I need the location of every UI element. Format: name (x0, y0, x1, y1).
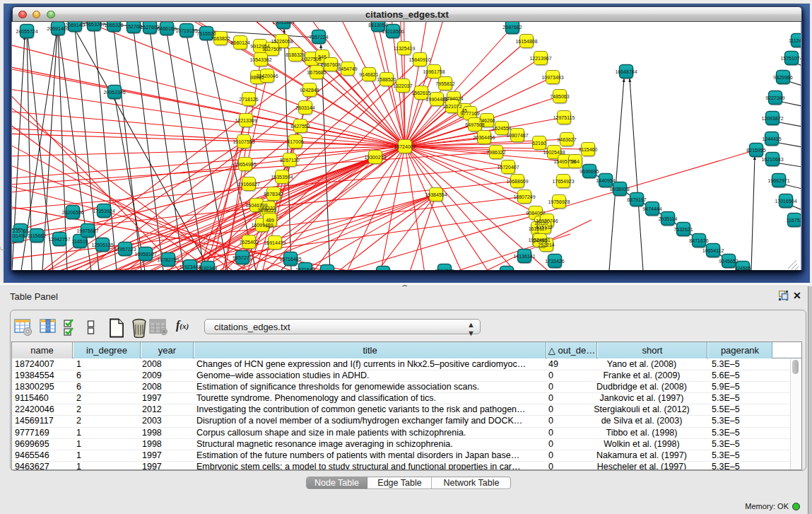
svg-text:1244415: 1244415 (762, 136, 781, 141)
svg-text:9463627: 9463627 (557, 137, 576, 142)
svg-text:1112491: 1112491 (789, 38, 801, 43)
svg-text:12213967: 12213967 (529, 56, 551, 61)
svg-text:9084067: 9084067 (526, 211, 545, 216)
svg-text:16154808: 16154808 (515, 39, 537, 44)
svg-text:19756928: 19756928 (548, 199, 570, 204)
svg-text:8427552: 8427552 (290, 124, 310, 129)
svg-text:8454749: 8454749 (338, 66, 357, 71)
svg-text:9227349: 9227349 (765, 95, 784, 100)
svg-text:114519: 114519 (72, 239, 88, 244)
svg-text:12942757: 12942757 (48, 237, 70, 242)
svg-text:2603144: 2603144 (295, 105, 314, 110)
svg-text:15720407: 15720407 (497, 165, 519, 170)
svg-text:10958107: 10958107 (134, 252, 156, 257)
svg-text:15716485: 15716485 (279, 257, 301, 262)
svg-text:12975115: 12975115 (553, 115, 575, 120)
svg-text:9329966: 9329966 (773, 75, 792, 80)
svg-text:20053346: 20053346 (103, 90, 125, 95)
svg-text:964: 964 (571, 159, 579, 164)
svg-text:8215955: 8215955 (746, 148, 765, 153)
svg-text:152760: 152760 (125, 24, 141, 29)
svg-text:19654985: 19654985 (234, 162, 256, 167)
svg-text:14136141: 14136141 (513, 254, 535, 259)
svg-text:10973493: 10973493 (541, 75, 563, 80)
svg-text:1065326: 1065326 (104, 23, 123, 28)
svg-text:1733426: 1733426 (545, 259, 564, 264)
svg-text:62160: 62160 (532, 141, 546, 146)
svg-text:23420046: 23420046 (256, 74, 278, 78)
svg-text:24851: 24851 (533, 238, 547, 243)
svg-text:15640910: 15640910 (408, 57, 430, 62)
svg-text:3675685: 3675685 (307, 70, 326, 75)
svg-text:6794024: 6794024 (444, 96, 463, 101)
svg-text:19218506: 19218506 (382, 29, 404, 34)
svg-text:8938928: 8938928 (610, 187, 629, 192)
svg-text:2935114: 2935114 (659, 216, 678, 221)
svg-text:12093872: 12093872 (761, 116, 783, 121)
svg-text:7625402: 7625402 (239, 240, 258, 245)
svg-text:1192344: 1192344 (199, 266, 218, 271)
svg-text:19300273: 19300273 (364, 155, 386, 160)
svg-text:9242848: 9242848 (300, 88, 319, 93)
svg-text:924565: 924565 (734, 266, 751, 271)
svg-text:489: 489 (266, 218, 274, 223)
svg-text:10719155: 10719155 (175, 28, 197, 33)
svg-text:7986322: 7986322 (486, 150, 505, 155)
svg-text:16120746: 16120746 (536, 218, 558, 223)
svg-text:15226058: 15226058 (271, 39, 293, 44)
svg-text:7485063: 7485063 (550, 94, 569, 99)
svg-text:1571648: 1571648 (295, 267, 314, 271)
svg-text:1562615: 1562615 (411, 90, 430, 95)
svg-text:546: 546 (318, 54, 326, 59)
svg-text:7663822: 7663822 (211, 36, 230, 41)
svg-text:8660124: 8660124 (230, 40, 249, 45)
svg-text:16210643: 16210643 (761, 157, 783, 162)
svg-text:1588520: 1588520 (377, 77, 396, 82)
svg-text:9777169: 9777169 (460, 111, 479, 116)
svg-text:9699695: 9699695 (579, 169, 599, 174)
svg-text:17957223: 17957223 (114, 247, 136, 252)
svg-text:2718126: 2718126 (239, 97, 258, 102)
svg-text:7955812: 7955812 (435, 81, 454, 86)
svg-text:20364456: 20364456 (473, 135, 495, 140)
svg-text:16648784: 16648784 (615, 69, 637, 74)
svg-text:1115682: 1115682 (28, 233, 46, 238)
svg-text:15751074: 15751074 (780, 56, 801, 61)
svg-text:9474444: 9474444 (642, 206, 661, 211)
svg-text:8267130: 8267130 (280, 158, 299, 163)
svg-text:15353594: 15353594 (271, 175, 293, 180)
svg-text:12213369: 12213369 (235, 118, 257, 123)
svg-text:20206556: 20206556 (61, 210, 83, 215)
svg-text:48222: 48222 (261, 206, 276, 211)
svg-text:2687682: 2687682 (502, 25, 522, 30)
svg-text:10807487: 10807487 (506, 133, 528, 138)
svg-text:2069140: 2069140 (65, 23, 84, 28)
svg-text:11325419: 11325419 (394, 46, 416, 51)
svg-text:1621072: 1621072 (442, 104, 461, 109)
svg-text:19975687: 19975687 (76, 228, 98, 233)
svg-text:16961758: 16961758 (423, 69, 445, 74)
svg-text:19384554: 19384554 (425, 192, 447, 197)
svg-text:6497568: 6497568 (465, 122, 484, 127)
svg-text:335061: 335061 (12, 228, 28, 233)
svg-text:7357224: 7357224 (309, 35, 328, 40)
svg-text:116753: 116753 (787, 218, 801, 223)
svg-text:1440954: 1440954 (596, 178, 615, 183)
svg-text:10543362: 10543362 (249, 57, 271, 62)
svg-text:9925049: 9925049 (317, 269, 336, 271)
svg-text:17654923: 17654923 (552, 179, 574, 184)
svg-text:10025438: 10025438 (543, 150, 565, 155)
svg-text:12505135: 12505135 (91, 243, 113, 247)
svg-text:8878342: 8878342 (264, 192, 283, 197)
svg-text:18724007: 18724007 (394, 144, 416, 149)
svg-text:10107553: 10107553 (233, 139, 254, 144)
svg-text:615132: 615132 (536, 225, 552, 230)
svg-text:10653267: 10653267 (83, 22, 105, 27)
svg-text:9115460: 9115460 (579, 147, 598, 152)
svg-text:7632621: 7632621 (673, 227, 693, 232)
svg-text:16914479: 16914479 (264, 240, 286, 245)
svg-text:9327509: 9327509 (262, 47, 281, 52)
svg-text:9524502: 9524502 (435, 269, 454, 271)
svg-text:8471676: 8471676 (689, 238, 708, 243)
svg-text:33149: 33149 (12, 233, 24, 238)
